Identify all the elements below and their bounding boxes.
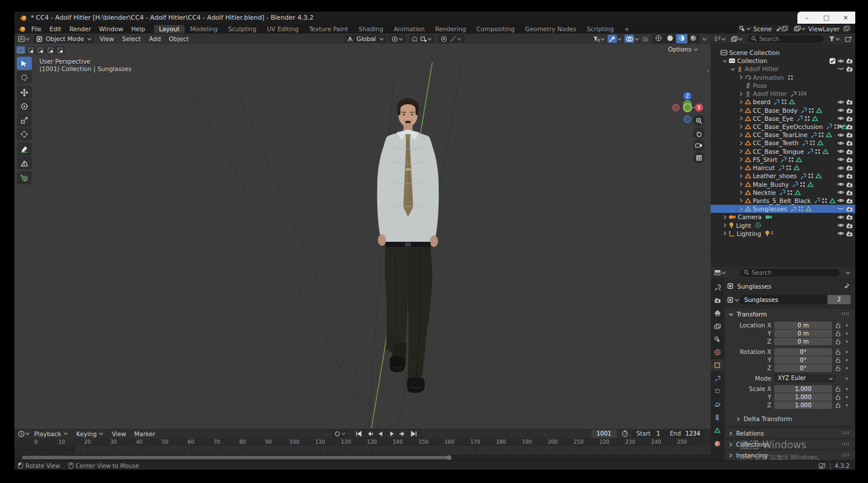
chevron-down-icon[interactable] <box>427 36 432 42</box>
chevron-down-icon[interactable] <box>457 36 462 42</box>
chevron-down-icon[interactable] <box>722 58 727 64</box>
visibility-eye-icon[interactable] <box>837 215 844 220</box>
render-camera-icon[interactable] <box>846 182 853 187</box>
workspace-tab-layout[interactable]: Layout <box>154 25 185 33</box>
transform-field[interactable]: 0° <box>774 356 832 364</box>
lock-open-icon[interactable] <box>835 338 841 345</box>
render-camera-icon[interactable] <box>846 124 853 130</box>
outliner-row-scene-collection[interactable]: Scene Collection <box>711 49 855 57</box>
tool-annotate[interactable] <box>17 142 32 156</box>
transform-field[interactable]: 1.000 <box>774 393 832 401</box>
proportional-editing-icon[interactable] <box>440 36 447 42</box>
visibility-eye-icon[interactable] <box>837 174 844 179</box>
timeline-menu-marker[interactable]: Marker <box>130 430 159 437</box>
render-camera-icon[interactable] <box>846 223 853 228</box>
chevron-down-icon[interactable] <box>617 36 622 42</box>
workspace-tab-geometry-nodes[interactable]: Geometry Nodes <box>520 25 582 33</box>
properties-tab-render[interactable] <box>711 294 724 307</box>
workspace-tab-rendering[interactable]: Rendering <box>430 25 472 33</box>
outliner-row-necktie[interactable]: Necktie <box>711 189 855 197</box>
magnet-icon[interactable] <box>411 36 418 42</box>
blender-menu-icon[interactable] <box>18 25 26 32</box>
lock-open-icon[interactable] <box>835 330 841 337</box>
render-camera-icon[interactable] <box>846 140 853 146</box>
animate-dot-icon[interactable] <box>845 395 849 399</box>
chevron-right-icon[interactable] <box>738 91 744 97</box>
visibility-eye-icon[interactable] <box>837 58 844 64</box>
properties-tab-output[interactable] <box>711 307 724 319</box>
outliner-row-cc-base-eyeocclusion[interactable]: CC_Base_EyeOcclusion <box>711 123 855 131</box>
outliner-row-lighting[interactable]: Lighting4 <box>711 230 855 238</box>
object-name-field[interactable]: Sunglasses <box>740 295 827 304</box>
select-invert[interactable] <box>46 46 55 54</box>
shading-material-preview[interactable] <box>676 34 687 43</box>
auto-keying-toggle[interactable] <box>332 430 348 438</box>
timeline-ruler[interactable]: 0102030405060708090100110120130140150160… <box>14 438 711 446</box>
lock-open-icon[interactable] <box>835 386 841 392</box>
chevron-right-icon[interactable] <box>722 215 727 220</box>
previous-keyframe-button[interactable] <box>365 430 375 437</box>
transform-field[interactable]: 0 m <box>774 330 832 337</box>
character-model[interactable] <box>352 94 462 398</box>
outliner-row-cc-base-teeth[interactable]: CC_Base_Teeth <box>711 139 855 147</box>
animate-dot-icon[interactable] <box>845 403 849 407</box>
outliner-row-animation[interactable]: Animation <box>711 73 855 82</box>
jump-to-end-button[interactable] <box>409 430 419 437</box>
render-camera-icon[interactable] <box>846 198 853 204</box>
visibility-eye-icon[interactable] <box>837 141 844 146</box>
chevron-right-icon[interactable] <box>738 157 744 162</box>
lock-open-icon[interactable] <box>835 322 841 329</box>
workspace-tab-compositing[interactable]: Compositing <box>472 25 520 33</box>
chevron-right-icon[interactable] <box>738 132 744 138</box>
panel-relations[interactable]: Relations <box>725 429 854 438</box>
chevron-down-icon[interactable] <box>730 67 735 72</box>
outliner-row-haircut[interactable]: Haircut <box>711 164 855 172</box>
render-camera-icon[interactable] <box>846 165 853 171</box>
visibility-eye-icon[interactable] <box>837 149 844 154</box>
outliner-row-collection[interactable]: Collection <box>711 57 855 65</box>
animate-dot-icon[interactable] <box>845 323 849 327</box>
play-reverse-button[interactable] <box>376 430 386 437</box>
render-camera-icon[interactable] <box>846 108 853 113</box>
chevron-right-icon[interactable] <box>738 99 744 105</box>
properties-tab-view-layer[interactable] <box>711 320 724 333</box>
object-data-icon[interactable] <box>727 297 734 303</box>
workspace-tab-uv-editing[interactable]: UV Editing <box>262 25 304 33</box>
chevron-right-icon[interactable] <box>738 190 744 195</box>
animate-dot-icon[interactable] <box>845 377 849 381</box>
render-checkbox[interactable] <box>829 58 836 64</box>
chevron-right-icon[interactable] <box>738 165 744 171</box>
render-camera-icon[interactable] <box>846 58 853 64</box>
lock-open-icon[interactable] <box>835 357 841 363</box>
panel-instancing[interactable]: Instancing <box>725 451 854 460</box>
viewlayer-widget-icons[interactable] <box>843 25 850 32</box>
ortho-grid-button[interactable] <box>693 152 705 164</box>
viewport-menu-add[interactable]: Add <box>145 35 164 42</box>
select-subtract[interactable] <box>36 46 45 54</box>
outliner-row-pants-5-belt-black[interactable]: Pants_5_Belt_Black <box>711 197 855 205</box>
properties-tab-modifiers[interactable] <box>711 373 724 385</box>
transform-field[interactable]: 0 m <box>774 322 832 329</box>
menu-window[interactable]: Window <box>95 25 127 32</box>
chevron-right-icon[interactable] <box>738 149 744 154</box>
properties-tab-tool[interactable] <box>711 281 724 293</box>
lock-open-icon[interactable] <box>835 349 841 355</box>
chevron-down-icon[interactable] <box>734 297 740 303</box>
visibility-eye-icon[interactable] <box>837 182 844 187</box>
falloff-curve-icon[interactable] <box>450 36 457 42</box>
new-collection-icon[interactable] <box>845 36 852 42</box>
rotation-mode-dropdown[interactable]: XYZ Euler <box>774 374 836 382</box>
visibility-eye-icon[interactable] <box>837 108 844 113</box>
options-button[interactable]: Options <box>664 45 703 53</box>
end-frame-field[interactable]: End1234 <box>665 430 705 438</box>
visibility-eye-icon[interactable] <box>837 231 844 236</box>
timeline-scrollbar-handle[interactable] <box>447 455 451 460</box>
outliner-row-cc-base-tongue[interactable]: CC_Base_Tongue <box>711 148 855 156</box>
maximize-button[interactable]: □ <box>818 12 835 24</box>
properties-editor-icon[interactable] <box>714 270 726 275</box>
next-keyframe-button[interactable] <box>398 430 408 437</box>
current-frame-field[interactable]: 1001 <box>591 430 617 438</box>
visibility-eye-icon[interactable] <box>837 116 844 121</box>
render-camera-icon[interactable] <box>846 190 853 196</box>
lock-open-icon[interactable] <box>835 402 841 408</box>
